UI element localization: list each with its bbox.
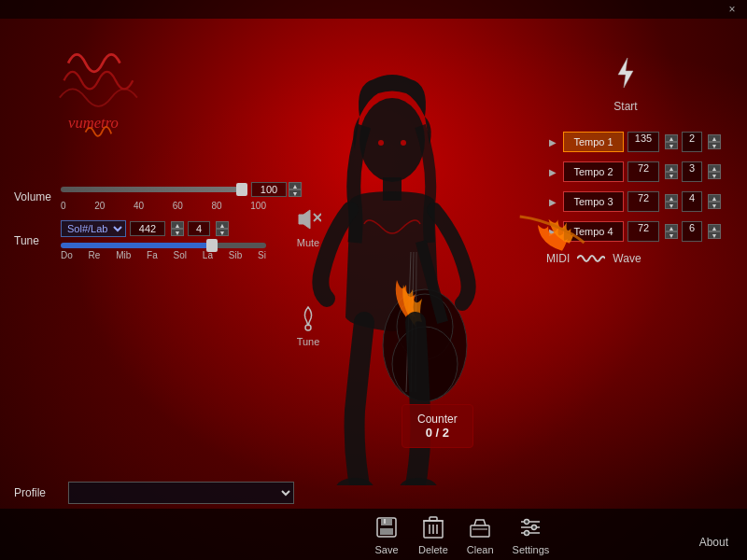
tick-sol: Sol — [174, 250, 187, 260]
tune-btn-label: Tune — [297, 336, 320, 347]
tempo-3-num-spinner[interactable]: ▲ ▼ — [708, 194, 721, 209]
start-section: Start — [546, 56, 733, 113]
svg-marker-19 — [618, 58, 633, 88]
tune-hz-spinner[interactable]: ▲ ▼ — [171, 221, 184, 236]
save-icon — [374, 514, 400, 540]
tempo-4-value: 72 — [627, 221, 659, 242]
tune-section: Tune Sol#/Lab Do Re Mi Fa Sol La Si — [14, 220, 294, 260]
app-window: × vumetro — [0, 0, 747, 560]
tick-mib: Mib — [116, 250, 131, 260]
tick-sib: Sib — [229, 250, 242, 260]
tune-hz-value: 442 — [130, 221, 165, 236]
settings-button[interactable]: Settings — [513, 514, 550, 555]
mute-label: Mute — [297, 237, 319, 248]
tune-hz-down[interactable]: ▼ — [171, 229, 184, 236]
tempo-4-num-spinner[interactable]: ▲ ▼ — [708, 224, 721, 239]
clean-button[interactable]: Clean — [467, 514, 494, 555]
tempo-2-btn[interactable]: Tempo 2 — [563, 161, 624, 182]
delete-button[interactable]: Delete — [418, 514, 448, 555]
bottom-toolbar: Save Delete — [0, 509, 747, 560]
start-label: Start — [613, 100, 637, 113]
tempo-1-num-spinner[interactable]: ▲ ▼ — [708, 134, 721, 149]
tick-si: Si — [258, 250, 266, 260]
tune-hz-up[interactable]: ▲ — [171, 221, 184, 229]
volume-ticks: 0 20 40 60 80 100 — [61, 201, 266, 211]
tick-fa: Fa — [147, 250, 158, 260]
svg-rect-26 — [430, 517, 437, 521]
tune-num-up[interactable]: ▲ — [216, 221, 229, 229]
svg-point-36 — [532, 525, 537, 529]
volume-slider[interactable] — [61, 187, 247, 192]
tempo-2-play[interactable]: ▶ — [546, 165, 559, 178]
svg-marker-14 — [299, 210, 310, 229]
tempo-3-val-spinner[interactable]: ▲ ▼ — [665, 194, 678, 209]
volume-spinner[interactable]: ▲ ▼ — [289, 182, 302, 197]
save-button[interactable]: Save — [374, 514, 400, 555]
tempo-4-val-spinner[interactable]: ▲ ▼ — [665, 224, 678, 239]
svg-point-11 — [400, 478, 437, 485]
tempo-1-play[interactable]: ▶ — [546, 135, 559, 148]
tune-num-value: 4 — [188, 221, 210, 236]
profile-row: Profile — [14, 482, 294, 504]
about-button[interactable]: About — [699, 536, 728, 549]
tempo-row-1: ▶ Tempo 1 135 ▲ ▼ 2 ▲ ▼ — [546, 132, 733, 152]
tempo-1-btn[interactable]: Tempo 1 — [563, 132, 624, 152]
svg-rect-22 — [380, 528, 393, 535]
svg-rect-21 — [381, 518, 392, 525]
volume-down-btn[interactable]: ▼ — [289, 189, 302, 197]
volume-up-btn[interactable]: ▲ — [289, 182, 302, 189]
tune-inputs: Sol#/Lab Do Re Mi Fa Sol La Si 442 ▲ — [61, 220, 294, 237]
tune-num-down[interactable]: ▼ — [216, 229, 229, 236]
tune-slider[interactable] — [61, 243, 266, 248]
svg-point-13 — [401, 140, 406, 146]
tick-60: 60 — [173, 201, 183, 211]
tune-btn-group: Tune — [294, 304, 322, 347]
counter-title: Counter — [417, 413, 458, 426]
clean-label: Clean — [467, 544, 494, 555]
left-panel: Volume 100 ▲ ▼ 0 20 40 60 80 100 — [14, 182, 294, 266]
svg-point-12 — [378, 140, 384, 146]
tune-num-spinner[interactable]: ▲ ▼ — [216, 221, 229, 236]
delete-label: Delete — [418, 544, 448, 555]
delete-icon — [420, 514, 446, 540]
tempo-4-num: 6 — [682, 221, 702, 242]
svg-point-1 — [359, 98, 425, 182]
tempo-3-value: 72 — [627, 191, 659, 212]
right-panel: Start ▶ Tempo 1 135 ▲ ▼ 2 — [546, 56, 733, 266]
svg-rect-23 — [384, 519, 386, 524]
counter-section: Counter 0 / 2 — [402, 404, 473, 448]
profile-select[interactable] — [68, 482, 294, 504]
logo-svg: vumetro — [37, 37, 168, 149]
mute-icon[interactable] — [294, 205, 322, 233]
tempo-row-2: ▶ Tempo 2 72 ▲ ▼ 3 ▲ ▼ — [546, 161, 733, 182]
settings-label: Settings — [513, 544, 550, 555]
tempo-3-num: 4 — [682, 191, 702, 212]
titlebar: × — [0, 0, 747, 19]
tune-note-select[interactable]: Sol#/Lab Do Re Mi Fa Sol La Si — [61, 220, 126, 237]
tune-row: Tune Sol#/Lab Do Re Mi Fa Sol La Si — [14, 220, 294, 260]
start-icon[interactable] — [609, 56, 642, 96]
mute-group: Mute — [294, 205, 322, 248]
tune-icon[interactable] — [294, 304, 322, 332]
profile-label: Profile — [14, 486, 61, 499]
tempo-2-val-spinner[interactable]: ▲ ▼ — [665, 164, 678, 179]
svg-rect-30 — [471, 525, 489, 537]
volume-value-row: 100 ▲ ▼ — [61, 182, 302, 197]
svg-point-37 — [525, 530, 529, 535]
tune-ticks: Do Re Mib Fa Sol La Sib Si — [61, 250, 266, 260]
tune-label: Tune — [14, 234, 61, 247]
tempo-1-num: 2 — [682, 132, 702, 152]
close-button[interactable]: × — [725, 2, 740, 17]
counter-value: 0 / 2 — [417, 426, 458, 440]
volume-label: Volume — [14, 190, 61, 203]
tick-do: Do — [61, 250, 73, 260]
tune-slider-container: Sol#/Lab Do Re Mi Fa Sol La Si 442 ▲ — [61, 220, 294, 260]
tick-re: Re — [89, 250, 101, 260]
volume-slider-container: 100 ▲ ▼ 0 20 40 60 80 100 — [61, 182, 302, 211]
side-icons: Mute Tune — [294, 205, 322, 347]
tick-40: 40 — [134, 201, 144, 211]
counter-box: Counter 0 / 2 — [402, 404, 473, 448]
tempo-2-num-spinner[interactable]: ▲ ▼ — [708, 164, 721, 179]
save-label: Save — [374, 544, 398, 555]
tempo-1-val-spinner[interactable]: ▲ ▼ — [665, 134, 678, 149]
